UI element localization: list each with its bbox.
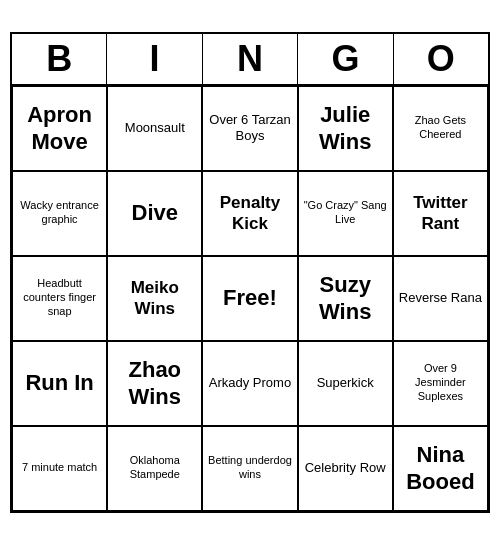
bingo-cell-2: Over 6 Tarzan Boys [202, 86, 297, 171]
bingo-cell-14: Reverse Rana [393, 256, 488, 341]
bingo-cell-3: Julie Wins [298, 86, 393, 171]
bingo-cell-9: Twitter Rant [393, 171, 488, 256]
bingo-cell-18: Superkick [298, 341, 393, 426]
bingo-cell-17: Arkady Promo [202, 341, 297, 426]
header-n: N [203, 34, 298, 84]
bingo-cell-15: Run In [12, 341, 107, 426]
bingo-cell-23: Celebrity Row [298, 426, 393, 511]
bingo-cell-1: Moonsault [107, 86, 202, 171]
bingo-cell-7: Penalty Kick [202, 171, 297, 256]
header-o: O [394, 34, 488, 84]
bingo-card: B I N G O Apron MoveMoonsaultOver 6 Tarz… [10, 32, 490, 513]
bingo-header: B I N G O [12, 34, 488, 86]
bingo-cell-11: Meiko Wins [107, 256, 202, 341]
bingo-cell-5: Wacky entrance graphic [12, 171, 107, 256]
bingo-cell-4: Zhao Gets Cheered [393, 86, 488, 171]
bingo-cell-10: Headbutt counters finger snap [12, 256, 107, 341]
header-b: B [12, 34, 107, 84]
bingo-cell-0: Apron Move [12, 86, 107, 171]
header-i: I [107, 34, 202, 84]
bingo-cell-20: 7 minute match [12, 426, 107, 511]
bingo-cell-24: Nina Booed [393, 426, 488, 511]
bingo-cell-13: Suzy Wins [298, 256, 393, 341]
bingo-cell-6: Dive [107, 171, 202, 256]
bingo-cell-21: Oklahoma Stampede [107, 426, 202, 511]
bingo-cell-22: Betting underdog wins [202, 426, 297, 511]
bingo-grid: Apron MoveMoonsaultOver 6 Tarzan BoysJul… [12, 86, 488, 511]
header-g: G [298, 34, 393, 84]
bingo-cell-12: Free! [202, 256, 297, 341]
bingo-cell-19: Over 9 Jesminder Suplexes [393, 341, 488, 426]
bingo-cell-16: Zhao Wins [107, 341, 202, 426]
bingo-cell-8: "Go Crazy" Sang Live [298, 171, 393, 256]
